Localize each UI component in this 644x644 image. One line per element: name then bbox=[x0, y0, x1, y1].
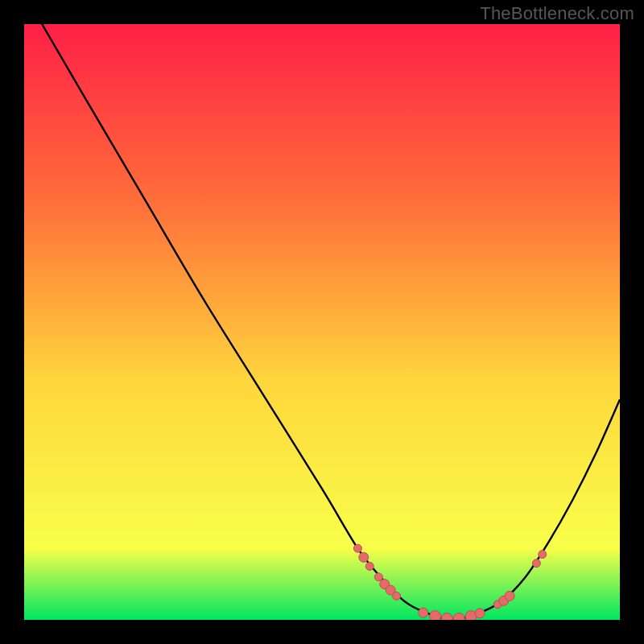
chart-svg bbox=[24, 24, 620, 620]
data-marker bbox=[393, 592, 401, 600]
data-marker bbox=[353, 544, 361, 552]
plot-area bbox=[24, 24, 620, 620]
data-marker bbox=[374, 573, 382, 581]
data-marker bbox=[532, 559, 540, 568]
data-marker bbox=[359, 552, 369, 562]
gradient-background bbox=[24, 24, 620, 620]
data-marker bbox=[505, 591, 514, 601]
data-marker bbox=[539, 551, 547, 559]
chart-frame: TheBottleneck.com bbox=[0, 0, 644, 644]
data-marker bbox=[430, 611, 441, 620]
data-marker bbox=[475, 609, 485, 618]
data-marker bbox=[365, 562, 374, 570]
data-marker bbox=[419, 608, 428, 617]
watermark-text: TheBottleneck.com bbox=[480, 3, 634, 24]
